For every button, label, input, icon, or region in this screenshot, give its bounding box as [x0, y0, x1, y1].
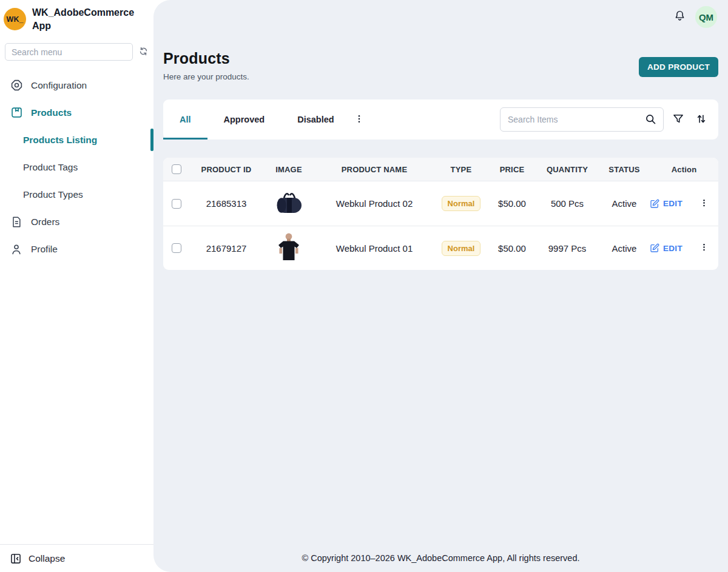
sidebar-item-label: Profile: [31, 244, 58, 255]
sidebar-item-label: Product Tags: [23, 162, 78, 173]
app-brand: WK_ WK_AdobeCommerce App: [0, 0, 153, 36]
product-name: Webkul Product 02: [315, 198, 434, 209]
active-indicator: [150, 129, 153, 151]
main-panel: QM Products Here are your products. ADD …: [153, 0, 728, 572]
filter-button[interactable]: [670, 110, 687, 129]
refresh-icon: [138, 46, 149, 58]
profile-icon: [10, 243, 23, 255]
product-id: 21679127: [190, 243, 263, 254]
add-product-button[interactable]: ADD PRODUCT: [639, 57, 718, 77]
page-subtitle: Here are your products.: [163, 72, 249, 81]
sort-icon: [695, 113, 707, 127]
sidebar-item-label: Products Listing: [23, 135, 97, 146]
edit-label: EDIT: [663, 244, 682, 253]
tab-all[interactable]: All: [163, 99, 207, 140]
product-price: $50.00: [488, 243, 536, 254]
col-product-name: PRODUCT NAME: [315, 165, 434, 174]
product-name: Webkul Product 01: [315, 243, 434, 254]
tabs-toolbar: All Approved Disabled: [163, 99, 718, 140]
refresh-menu-button[interactable]: [137, 45, 150, 59]
user-avatar[interactable]: QM: [695, 6, 717, 28]
type-badge: Normal: [442, 196, 481, 211]
product-status: Active: [599, 198, 650, 209]
col-action: Action: [650, 165, 718, 174]
sidebar-item-product-tags[interactable]: Product Tags: [0, 153, 153, 181]
more-tabs-button[interactable]: [351, 99, 368, 140]
product-id: 21685313: [190, 198, 263, 209]
collapse-label: Collapse: [29, 553, 65, 564]
tab-approved[interactable]: Approved: [207, 99, 281, 140]
sidebar-item-product-types[interactable]: Product Types: [0, 181, 153, 208]
edit-icon: [650, 199, 659, 209]
table-row: 21685313 Webkul Product 02 Normal $50.00…: [163, 181, 718, 226]
table-header-row: PRODUCT ID IMAGE PRODUCT NAME TYPE PRICE…: [163, 158, 718, 181]
copyright-footer: © Copyright 2010–2026 WK_AdobeCommerce A…: [153, 544, 728, 572]
edit-label: EDIT: [663, 199, 682, 208]
sidebar-item-label: Product Types: [23, 189, 83, 200]
products-table: PRODUCT ID IMAGE PRODUCT NAME TYPE PRICE…: [163, 158, 718, 270]
kebab-icon: [699, 243, 709, 254]
sidebar-item-configuration[interactable]: Configuration: [0, 72, 153, 99]
orders-icon: [10, 216, 23, 228]
sidebar-item-products[interactable]: Products: [0, 99, 153, 126]
sidebar-item-profile[interactable]: Profile: [0, 235, 153, 263]
sidebar-item-orders[interactable]: Orders: [0, 208, 153, 235]
bell-icon: [673, 10, 686, 24]
tab-disabled[interactable]: Disabled: [281, 99, 350, 140]
filter-icon: [672, 113, 684, 127]
topbar: QM: [153, 0, 728, 34]
collapse-icon: [10, 553, 22, 565]
product-quantity: 9997 Pcs: [536, 243, 599, 254]
row-checkbox[interactable]: [172, 199, 181, 209]
settings-icon: [10, 79, 23, 92]
sidebar-item-label: Products: [31, 107, 72, 118]
sidebar: WK_ WK_AdobeCommerce App Configuration: [0, 0, 153, 572]
kebab-icon: [354, 114, 364, 126]
notifications-button[interactable]: [673, 10, 686, 24]
app-logo: WK_: [4, 8, 26, 30]
sidebar-item-products-listing[interactable]: Products Listing: [0, 126, 153, 153]
product-status: Active: [599, 243, 650, 254]
page-title: Products: [163, 50, 249, 67]
product-price: $50.00: [488, 198, 536, 209]
row-menu-button[interactable]: [698, 241, 710, 255]
kebab-icon: [699, 198, 709, 209]
sidebar-nav: Configuration Products Products Listing …: [0, 72, 153, 263]
edit-icon: [650, 243, 659, 253]
type-badge: Normal: [442, 241, 481, 256]
col-product-id: PRODUCT ID: [190, 165, 263, 174]
sidebar-item-label: Orders: [31, 217, 59, 227]
sort-button[interactable]: [693, 110, 710, 129]
col-type: TYPE: [434, 165, 488, 174]
col-quantity: QUANTITY: [536, 165, 599, 174]
col-image: IMAGE: [263, 165, 315, 174]
sidebar-item-label: Configuration: [31, 80, 87, 91]
col-price: PRICE: [488, 165, 536, 174]
product-image-duffel-bag: [263, 189, 315, 218]
table-row: 21679127 Webkul Product 01 Normal $50.00…: [163, 226, 718, 270]
select-all-checkbox[interactable]: [172, 164, 181, 174]
col-status: STATUS: [599, 165, 650, 174]
search-icon[interactable]: [644, 113, 657, 128]
app-title: WK_AdobeCommerce App: [32, 6, 123, 32]
edit-button[interactable]: EDIT: [650, 243, 682, 253]
search-items-input[interactable]: [500, 107, 664, 132]
row-checkbox[interactable]: [172, 243, 181, 253]
row-menu-button[interactable]: [698, 197, 710, 210]
edit-button[interactable]: EDIT: [650, 199, 682, 209]
menu-search-input[interactable]: [5, 43, 133, 61]
product-image-t-shirt: [263, 232, 315, 264]
product-quantity: 500 Pcs: [536, 198, 599, 209]
collapse-button[interactable]: Collapse: [0, 544, 153, 572]
products-icon: [10, 106, 23, 119]
